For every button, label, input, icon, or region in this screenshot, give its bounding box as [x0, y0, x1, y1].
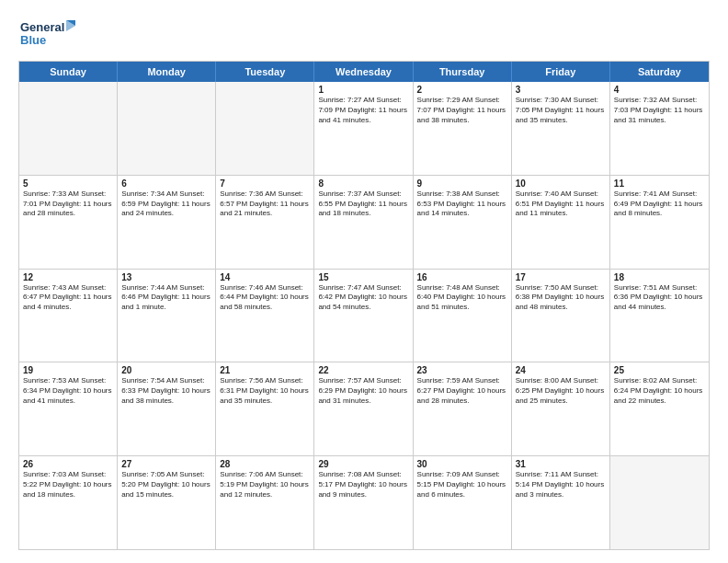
- calendar-cell: 15Sunrise: 7:47 AM Sunset: 6:42 PM Dayli…: [314, 270, 413, 362]
- day-number: 28: [220, 459, 310, 469]
- day-info: Sunrise: 7:37 AM Sunset: 6:55 PM Dayligh…: [318, 190, 408, 219]
- calendar-cell: 28Sunrise: 7:06 AM Sunset: 5:19 PM Dayli…: [216, 456, 314, 549]
- calendar-cell: 25Sunrise: 8:02 AM Sunset: 6:24 PM Dayli…: [610, 362, 709, 455]
- day-number: 5: [23, 178, 113, 189]
- calendar-cell: 19Sunrise: 7:53 AM Sunset: 6:34 PM Dayli…: [19, 362, 118, 455]
- svg-text:Blue: Blue: [20, 33, 46, 47]
- day-number: 19: [23, 365, 113, 375]
- day-info: Sunrise: 7:34 AM Sunset: 6:59 PM Dayligh…: [121, 190, 211, 219]
- calendar-cell: 23Sunrise: 7:59 AM Sunset: 6:27 PM Dayli…: [414, 362, 512, 455]
- day-number: 30: [417, 459, 507, 469]
- day-info: Sunrise: 7:27 AM Sunset: 7:09 PM Dayligh…: [318, 96, 408, 125]
- day-info: Sunrise: 7:46 AM Sunset: 6:44 PM Dayligh…: [220, 283, 310, 313]
- day-number: 6: [121, 178, 211, 189]
- day-info: Sunrise: 7:33 AM Sunset: 7:01 PM Dayligh…: [23, 190, 113, 219]
- day-info: Sunrise: 8:00 AM Sunset: 6:25 PM Dayligh…: [516, 376, 606, 406]
- day-info: Sunrise: 7:59 AM Sunset: 6:27 PM Dayligh…: [417, 376, 507, 406]
- day-info: Sunrise: 7:44 AM Sunset: 6:46 PM Dayligh…: [121, 283, 211, 313]
- day-info: Sunrise: 7:57 AM Sunset: 6:29 PM Dayligh…: [318, 376, 408, 406]
- day-info: Sunrise: 7:48 AM Sunset: 6:40 PM Dayligh…: [417, 283, 507, 313]
- calendar-cell: 9Sunrise: 7:38 AM Sunset: 6:53 PM Daylig…: [414, 176, 512, 269]
- day-number: 18: [614, 272, 705, 282]
- calendar-week-5: 26Sunrise: 7:03 AM Sunset: 5:22 PM Dayli…: [19, 456, 709, 549]
- header: General Blue: [18, 17, 710, 53]
- day-number: 4: [614, 85, 705, 95]
- day-info: Sunrise: 7:50 AM Sunset: 6:38 PM Dayligh…: [516, 283, 606, 313]
- calendar-cell: 4Sunrise: 7:32 AM Sunset: 7:03 PM Daylig…: [610, 82, 709, 175]
- calendar-week-1: 1Sunrise: 7:27 AM Sunset: 7:09 PM Daylig…: [19, 82, 709, 176]
- calendar: SundayMondayTuesdayWednesdayThursdayFrid…: [18, 61, 710, 550]
- day-number: 20: [121, 365, 211, 375]
- day-info: Sunrise: 8:02 AM Sunset: 6:24 PM Dayligh…: [614, 376, 705, 406]
- day-info: Sunrise: 7:06 AM Sunset: 5:19 PM Dayligh…: [220, 470, 310, 500]
- calendar-cell: 29Sunrise: 7:08 AM Sunset: 5:17 PM Dayli…: [314, 456, 413, 549]
- calendar-cell: [610, 456, 709, 549]
- calendar-cell: 8Sunrise: 7:37 AM Sunset: 6:55 PM Daylig…: [314, 176, 413, 269]
- day-number: 16: [417, 272, 507, 282]
- day-info: Sunrise: 7:56 AM Sunset: 6:31 PM Dayligh…: [220, 376, 310, 406]
- logo-svg: General Blue: [18, 17, 83, 53]
- day-header-saturday: Saturday: [610, 62, 709, 82]
- day-header-monday: Monday: [118, 62, 216, 82]
- day-info: Sunrise: 7:36 AM Sunset: 6:57 PM Dayligh…: [220, 190, 310, 219]
- day-number: 12: [23, 272, 113, 282]
- day-number: 27: [121, 459, 211, 469]
- day-info: Sunrise: 7:11 AM Sunset: 5:14 PM Dayligh…: [516, 470, 606, 500]
- day-number: 26: [23, 459, 113, 469]
- calendar-cell: 17Sunrise: 7:50 AM Sunset: 6:38 PM Dayli…: [512, 270, 610, 362]
- logo: General Blue: [18, 17, 83, 53]
- day-info: Sunrise: 7:43 AM Sunset: 6:47 PM Dayligh…: [23, 283, 113, 313]
- day-number: 23: [417, 365, 507, 375]
- day-info: Sunrise: 7:29 AM Sunset: 7:07 PM Dayligh…: [417, 96, 507, 125]
- calendar-body: 1Sunrise: 7:27 AM Sunset: 7:09 PM Daylig…: [19, 82, 709, 549]
- day-number: 10: [516, 178, 606, 189]
- day-info: Sunrise: 7:05 AM Sunset: 5:20 PM Dayligh…: [121, 470, 211, 500]
- calendar-cell: [118, 82, 216, 175]
- svg-text:General: General: [20, 20, 64, 34]
- day-number: 29: [318, 459, 408, 469]
- calendar-cell: 30Sunrise: 7:09 AM Sunset: 5:15 PM Dayli…: [414, 456, 512, 549]
- day-info: Sunrise: 7:51 AM Sunset: 6:36 PM Dayligh…: [614, 283, 705, 313]
- day-number: 17: [516, 272, 606, 282]
- calendar-cell: 12Sunrise: 7:43 AM Sunset: 6:47 PM Dayli…: [19, 270, 118, 362]
- calendar-cell: 13Sunrise: 7:44 AM Sunset: 6:46 PM Dayli…: [118, 270, 216, 362]
- calendar-header: SundayMondayTuesdayWednesdayThursdayFrid…: [19, 62, 709, 82]
- day-number: 7: [220, 178, 310, 189]
- day-info: Sunrise: 7:38 AM Sunset: 6:53 PM Dayligh…: [417, 190, 507, 219]
- calendar-cell: [19, 82, 118, 175]
- day-number: 11: [614, 178, 705, 189]
- day-info: Sunrise: 7:09 AM Sunset: 5:15 PM Dayligh…: [417, 470, 507, 500]
- calendar-cell: 26Sunrise: 7:03 AM Sunset: 5:22 PM Dayli…: [19, 456, 118, 549]
- day-header-tuesday: Tuesday: [216, 62, 314, 82]
- day-info: Sunrise: 7:03 AM Sunset: 5:22 PM Dayligh…: [23, 470, 113, 500]
- day-header-sunday: Sunday: [19, 62, 118, 82]
- calendar-cell: 27Sunrise: 7:05 AM Sunset: 5:20 PM Dayli…: [118, 456, 216, 549]
- calendar-cell: 18Sunrise: 7:51 AM Sunset: 6:36 PM Dayli…: [610, 270, 709, 362]
- day-number: 24: [516, 365, 606, 375]
- calendar-cell: 10Sunrise: 7:40 AM Sunset: 6:51 PM Dayli…: [512, 176, 610, 269]
- calendar-cell: 1Sunrise: 7:27 AM Sunset: 7:09 PM Daylig…: [314, 82, 413, 175]
- calendar-cell: [216, 82, 314, 175]
- day-info: Sunrise: 7:53 AM Sunset: 6:34 PM Dayligh…: [23, 376, 113, 406]
- day-number: 14: [220, 272, 310, 282]
- day-number: 21: [220, 365, 310, 375]
- day-info: Sunrise: 7:41 AM Sunset: 6:49 PM Dayligh…: [614, 190, 705, 219]
- calendar-cell: 14Sunrise: 7:46 AM Sunset: 6:44 PM Dayli…: [216, 270, 314, 362]
- day-number: 3: [516, 85, 606, 95]
- calendar-cell: 3Sunrise: 7:30 AM Sunset: 7:05 PM Daylig…: [512, 82, 610, 175]
- day-info: Sunrise: 7:32 AM Sunset: 7:03 PM Dayligh…: [614, 96, 705, 125]
- calendar-week-3: 12Sunrise: 7:43 AM Sunset: 6:47 PM Dayli…: [19, 270, 709, 363]
- calendar-cell: 16Sunrise: 7:48 AM Sunset: 6:40 PM Dayli…: [414, 270, 512, 362]
- day-header-friday: Friday: [512, 62, 610, 82]
- calendar-cell: 2Sunrise: 7:29 AM Sunset: 7:07 PM Daylig…: [414, 82, 512, 175]
- day-info: Sunrise: 7:30 AM Sunset: 7:05 PM Dayligh…: [516, 96, 606, 125]
- calendar-cell: 7Sunrise: 7:36 AM Sunset: 6:57 PM Daylig…: [216, 176, 314, 269]
- day-number: 2: [417, 85, 507, 95]
- page: General Blue SundayMondayTuesdayWednesda…: [0, 0, 728, 563]
- calendar-cell: 11Sunrise: 7:41 AM Sunset: 6:49 PM Dayli…: [610, 176, 709, 269]
- calendar-cell: 24Sunrise: 8:00 AM Sunset: 6:25 PM Dayli…: [512, 362, 610, 455]
- day-info: Sunrise: 7:54 AM Sunset: 6:33 PM Dayligh…: [121, 376, 211, 406]
- day-header-wednesday: Wednesday: [314, 62, 413, 82]
- calendar-cell: 21Sunrise: 7:56 AM Sunset: 6:31 PM Dayli…: [216, 362, 314, 455]
- day-info: Sunrise: 7:08 AM Sunset: 5:17 PM Dayligh…: [318, 470, 408, 500]
